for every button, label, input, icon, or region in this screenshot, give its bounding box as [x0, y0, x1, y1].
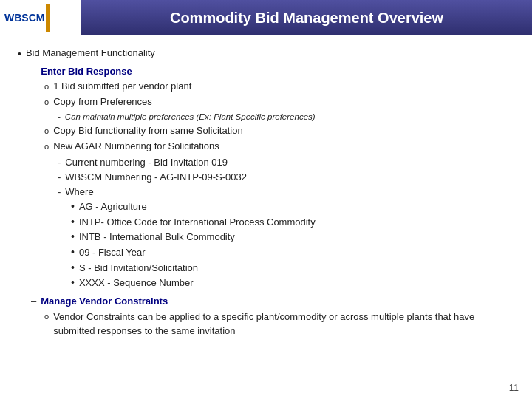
subsection1-label: Enter Bid Response	[41, 65, 132, 78]
circle-label-1: 1 Bid submitted per vendor plant	[53, 80, 191, 93]
dot-icon-3: •	[71, 230, 75, 245]
circle-icon-4: o	[44, 141, 49, 152]
subsection2-item: – Manage Vendor Constraints	[18, 295, 514, 308]
dash-icon-n2: -	[58, 171, 61, 184]
dot-item-1: • AG - Agriculture	[18, 200, 514, 214]
dot-label-2: INTP- Office Code for International Proc…	[79, 216, 316, 229]
dot-label-4: 09 - Fiscal Year	[79, 246, 146, 259]
circle-item-3: o Copy Bid functionality from same Solic…	[18, 124, 514, 137]
dot-icon-6: •	[71, 276, 75, 290]
dot-item-2: • INTP- Office Code for International Pr…	[18, 216, 514, 230]
dash-where: - Where	[18, 185, 514, 199]
circle-icon-2: o	[44, 97, 49, 108]
dot-label-5: S - Bid Invitation/Solicitation	[79, 262, 198, 275]
dot-icon-1: •	[71, 200, 75, 214]
circle-label-4: New AGAR Numbering for Solicitations	[53, 140, 219, 153]
subsection1-item: – Enter Bid Response	[18, 65, 514, 78]
dot-item-4: • 09 - Fiscal Year	[18, 246, 514, 260]
dot-item-5: • S - Bid Invitation/Solicitation	[18, 262, 514, 276]
dot-item-6: • XXXX - Sequence Number	[18, 276, 514, 290]
dash-where-label: Where	[65, 185, 93, 199]
dash-icon-1: –	[31, 65, 36, 78]
page-content: • Bid Management Functionality – Enter B…	[0, 35, 532, 348]
dot-item-3: • INTB - International Bulk Commodity	[18, 231, 514, 245]
bullet-icon: •	[18, 47, 21, 62]
vendor-text: Vendor Constraints can be applied to a s…	[53, 310, 482, 338]
circle-icon-1: o	[44, 81, 49, 92]
dash-icon-n1: -	[58, 156, 61, 169]
dash-icon-where: -	[58, 185, 61, 199]
circle-item-1: o 1 Bid submitted per vendor plant	[18, 80, 514, 93]
dot-icon-5: •	[71, 261, 75, 276]
circle-item-4: o New AGAR Numbering for Solicitations	[18, 140, 514, 153]
page-header: WBSCM Commodity Bid Management Overview	[0, 0, 532, 35]
circle-label-2: Copy from Preferences	[53, 95, 152, 109]
page-title: Commodity Bid Management Overview	[81, 0, 532, 35]
vendor-circle-icon: o	[44, 311, 49, 322]
dash-num-label-1: Current numbering - Bid Invitation 019	[65, 156, 228, 169]
dash-num-label-2: WBSCM Numbering - AG-INTP-09-S-0032	[65, 171, 247, 184]
main-bullet-label: Bid Management Functionality	[26, 47, 155, 58]
logo-text: WBSCM	[4, 12, 44, 24]
circle-label-3: Copy Bid functionality from same Solicit…	[53, 124, 243, 137]
dot-label-1: AG - Agriculture	[79, 200, 147, 214]
wbscm-logo: WBSCM	[4, 4, 50, 32]
circle-item-2: o Copy from Preferences	[18, 95, 514, 109]
dot-icon-2: •	[71, 215, 75, 230]
logo-stripe	[46, 4, 50, 32]
dot-icon-4: •	[71, 245, 75, 260]
dash-pref-label: Can maintain multiple preferences (Ex: P…	[65, 111, 316, 123]
dot-label-3: INTB - International Bulk Commodity	[79, 231, 235, 244]
page-number: 11	[509, 383, 519, 393]
dash-numbering-1: - Current numbering - Bid Invitation 019	[18, 156, 514, 169]
dash-preferences: - Can maintain multiple preferences (Ex:…	[18, 111, 514, 123]
subsection2-label: Manage Vendor Constraints	[41, 295, 168, 308]
dash-icon-pref: -	[58, 111, 61, 123]
dash-numbering-2: - WBSCM Numbering - AG-INTP-09-S-0032	[18, 171, 514, 184]
circle-icon-3: o	[44, 126, 49, 137]
dot-label-6: XXXX - Sequence Number	[79, 276, 194, 290]
main-bullet: • Bid Management Functionality	[18, 47, 514, 62]
vendor-circle-item: o Vendor Constraints can be applied to a…	[18, 310, 514, 338]
logo-area: WBSCM	[0, 0, 81, 35]
dash-icon-2: –	[31, 295, 36, 308]
